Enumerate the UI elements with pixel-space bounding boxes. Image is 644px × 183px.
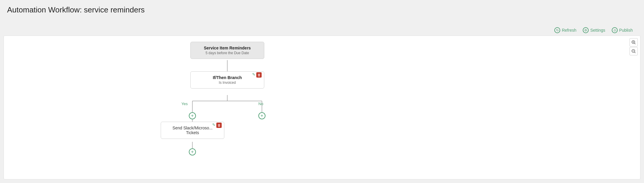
condition-node: ✎ 🗑 If/Then Branch Is Invoiced xyxy=(190,71,264,89)
yes-label: Yes xyxy=(181,102,188,106)
zoom-controls xyxy=(629,38,638,55)
zoom-in-button[interactable] xyxy=(629,38,638,46)
toolbar: ↻ Refresh ⚙ Settings ⊙ Publish xyxy=(552,26,635,34)
zoom-out-button[interactable] xyxy=(629,47,638,55)
zoom-out-icon xyxy=(632,49,636,53)
page-header: Automation Workflow: service reminders xyxy=(0,0,644,17)
no-label: No xyxy=(258,102,263,106)
condition-delete-icon[interactable]: 🗑 xyxy=(256,72,262,78)
page-title: Automation Workflow: service reminders xyxy=(7,5,637,15)
connector-lines xyxy=(4,36,640,179)
trigger-subtitle: 5 days before the Due Date xyxy=(195,51,259,55)
condition-node-controls: ✎ 🗑 xyxy=(252,72,262,78)
publish-icon: ⊙ xyxy=(612,27,618,33)
condition-edit-icon[interactable]: ✎ xyxy=(252,72,255,78)
action-node-controls: ✎ 🗑 xyxy=(212,123,222,128)
canvas-content: Service Item Reminders 5 days before the… xyxy=(4,36,640,179)
action-subtitle: Tickets xyxy=(166,130,219,135)
action-edit-icon[interactable]: ✎ xyxy=(212,123,215,128)
svg-line-13 xyxy=(635,52,635,53)
workflow-canvas: Service Item Reminders 5 days before the… xyxy=(4,36,640,179)
yes-plus-button[interactable]: + xyxy=(189,112,196,119)
settings-button[interactable]: ⚙ Settings xyxy=(580,26,608,34)
no-plus-button[interactable]: + xyxy=(258,112,265,119)
condition-title: If/Then Branch xyxy=(195,75,259,80)
action-node: ✎ 🗑 Send Slack/Microso... Tickets xyxy=(161,122,224,139)
settings-icon: ⚙ xyxy=(583,27,589,33)
condition-subtitle: Is Invoiced xyxy=(195,81,259,85)
publish-button[interactable]: ⊙ Publish xyxy=(609,26,635,34)
action-title: Send Slack/Microso... xyxy=(166,126,219,130)
action-plus-button[interactable]: + xyxy=(189,148,196,155)
refresh-icon: ↻ xyxy=(554,27,560,33)
zoom-in-icon xyxy=(632,40,636,44)
action-delete-icon[interactable]: 🗑 xyxy=(216,123,222,128)
trigger-node: Service Item Reminders 5 days before the… xyxy=(190,42,264,59)
svg-line-10 xyxy=(635,43,635,44)
trigger-title: Service Item Reminders xyxy=(195,46,259,50)
refresh-button[interactable]: ↻ Refresh xyxy=(552,26,579,34)
